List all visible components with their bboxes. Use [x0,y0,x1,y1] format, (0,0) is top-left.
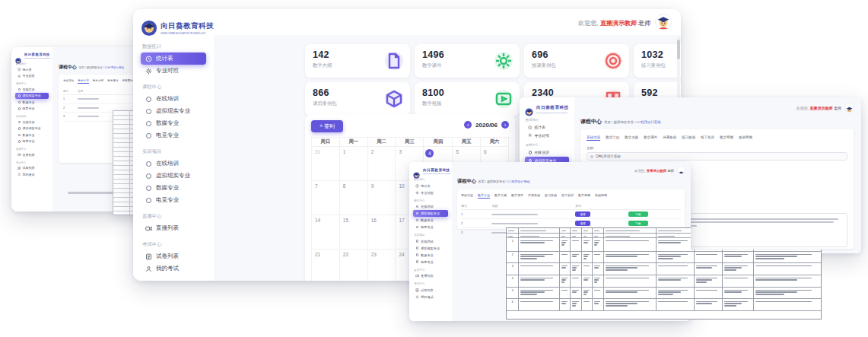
sidebar-item-虚拟现实专业[interactable]: 虚拟现实专业 [15,93,49,100]
sidebar-item-试卷列表[interactable]: 试卷列表 [413,287,448,294]
sidebar-item-专业对照[interactable]: 专业对照 [413,189,448,196]
sidebar-item-数媒专业[interactable]: 数媒专业 [413,217,448,224]
tab-教学计划[interactable]: 教学计划 [606,135,619,141]
tab-练习案例[interactable]: 练习案例 [545,193,557,199]
sidebar-item-在线培训[interactable]: 在线培训 [141,93,206,105]
tab-线下实训[interactable]: 线下实训 [701,135,714,141]
view-button[interactable]: 查看 [575,221,590,227]
tab-基础信息[interactable]: 基础信息 [587,135,600,141]
avatar[interactable] [677,166,685,174]
next-month-button[interactable]: › [501,121,509,129]
calendar-day-2[interactable]: 2 [367,147,396,181]
sidebar-item-我的考试[interactable]: 我的考试 [15,171,49,178]
signin-button[interactable]: + 签到 [311,120,343,132]
sidebar-item-我的考试[interactable]: 我的考试 [413,294,448,300]
sidebar-item-数媒专业[interactable]: 数媒专业 [15,99,49,106]
tab-教学课件[interactable]: 教学课件 [511,193,523,199]
brand-logo-icon [15,53,21,59]
tab-授课案例[interactable]: 授课案例 [528,193,540,199]
sidebar-item-数媒专业[interactable]: 数媒专业 [413,252,448,259]
download-button[interactable]: 下载 [628,211,648,218]
calendar-day-22[interactable]: 22 [339,250,367,281]
month-label: 2020/06 [475,122,498,129]
tab-教学视频[interactable]: 教学视频 [720,135,733,141]
calendar-day-15[interactable]: 15 [339,215,367,250]
tab-线下实训[interactable]: 线下实训 [561,193,574,199]
tab-教学大纲[interactable]: 教学大纲 [494,193,507,199]
tab-授课案例[interactable]: 授课案例 [663,135,676,141]
tab-教学计划[interactable]: 教学计划 [478,193,490,199]
gear-icon [528,133,533,138]
tab-案例视频[interactable]: 案例视频 [595,193,607,199]
calendar-day-23[interactable]: 23 [367,250,396,281]
sidebar-item-数媒专业[interactable]: 数媒专业 [141,117,206,129]
video-icon [494,90,513,108]
sidebar-item-统计表[interactable]: 统计表 [141,52,206,65]
calendar-day-8[interactable]: 8 [339,181,367,215]
calendar-day-7[interactable]: 7 [312,181,340,215]
sidebar-item-试卷列表[interactable]: 试卷列表 [15,165,49,172]
sidebar-item-直播列表[interactable]: 直播列表 [413,272,448,279]
sidebar-item-虚拟现实专业[interactable]: 虚拟现实专业 [413,210,448,217]
sidebar-item-虚拟现实专业[interactable]: 虚拟现实专业 [141,170,206,182]
sidebar-item-统计表[interactable]: 统计表 [15,66,49,73]
sidebar-item-电竞专业[interactable]: 电竞专业 [15,138,49,145]
prev-month-button[interactable]: ‹ [464,121,472,129]
col-header: 编号 [461,204,491,208]
sidebar-item-试卷列表[interactable]: 试卷列表 [141,250,206,262]
calendar-day-16[interactable]: 16 [367,215,396,250]
sidebar-item-在线培训[interactable]: 在线培训 [413,203,448,210]
tab-教学计划[interactable]: 教学计划 [78,79,88,84]
row-number: 6 [507,299,519,310]
download-button[interactable]: 下载 [628,221,648,227]
sidebar-item-数媒专业[interactable]: 数媒专业 [141,182,206,194]
sidebar-item-直播列表[interactable]: 直播列表 [15,151,49,158]
radio-icon [145,173,152,180]
tab-教学视频[interactable]: 教学视频 [578,193,590,199]
sidebar-item-我的考试[interactable]: 我的考试 [141,262,206,275]
sidebar-item-虚拟现实专业[interactable]: 虚拟现实专业 [413,245,448,252]
sidebar-item-直播列表[interactable]: 直播列表 [141,222,206,234]
sidebar-item-电竞专业[interactable]: 电竞专业 [413,259,448,265]
sidebar-item-专业对照[interactable]: 专业对照 [525,132,569,140]
row-name [78,115,116,118]
calendar-day-14[interactable]: 14 [312,215,340,250]
tab-练习案例[interactable]: 练习案例 [682,135,695,141]
avatar[interactable] [655,14,672,30]
calendar-day-9[interactable]: 9 [367,181,396,215]
brand-name: 向日葵教育科技SUNFLOWER EDUCATION TECHNOLOGY [536,105,574,114]
sidebar-item-在线培训[interactable]: 在线培训 [413,238,448,245]
sidebar-item-电竞专业[interactable]: 电竞专业 [141,194,206,206]
sidebar-item-在线培训[interactable]: 在线培训 [15,119,49,126]
sidebar-item-电竞专业[interactable]: 电竞专业 [15,106,49,113]
sidebar-item-专业对照[interactable]: 专业对照 [141,65,206,77]
sidebar-item-专业对照[interactable]: 专业对照 [15,73,49,80]
tab-教学课件[interactable]: 教学课件 [644,135,657,141]
tab-基础信息[interactable]: 基础信息 [63,79,74,84]
sidebar-item-数媒专业[interactable]: 数媒专业 [15,132,49,138]
tab-教学大纲[interactable]: 教学大纲 [625,135,638,141]
sidebar-item-电竞专业[interactable]: 电竞专业 [413,224,448,230]
calendar-day-31[interactable]: 31 [312,147,340,181]
sidebar-item-在线培训[interactable]: 在线培训 [15,86,49,93]
avatar[interactable] [844,103,854,113]
scrollbar-thumb[interactable] [677,40,680,59]
tab-案例视频[interactable]: 案例视频 [739,135,752,141]
sidebar-item-在线培训[interactable]: 在线培训 [525,148,569,157]
tab-基础信息[interactable]: 基础信息 [461,193,473,199]
radio-icon [415,240,419,243]
calendar-day-21[interactable]: 21 [312,250,340,281]
breadcrumb: 首页 / 虚拟现实专业 / C#程序设计基础 [477,180,529,183]
sidebar-item-虚拟现实专业[interactable]: 虚拟现实专业 [141,105,206,117]
sidebar-item-统计表[interactable]: 统计表 [413,183,448,189]
tab-授课案例[interactable]: 授课案例 [122,79,133,84]
view-button[interactable]: 查看 [575,211,590,218]
tab-教学课件[interactable]: 教学课件 [107,79,118,84]
sidebar-item-虚拟现实专业[interactable]: 虚拟现实专业 [15,126,49,132]
sidebar-item-在线培训[interactable]: 在线培训 [141,157,206,170]
calendar-day-1[interactable]: 1 [339,147,367,181]
course-name-input[interactable]: C#程序设计基础 [587,152,847,161]
sidebar-item-电竞专业[interactable]: 电竞专业 [141,129,206,141]
sidebar-item-统计表[interactable]: 统计表 [525,123,569,132]
tab-教学大纲[interactable]: 教学大纲 [93,79,103,84]
